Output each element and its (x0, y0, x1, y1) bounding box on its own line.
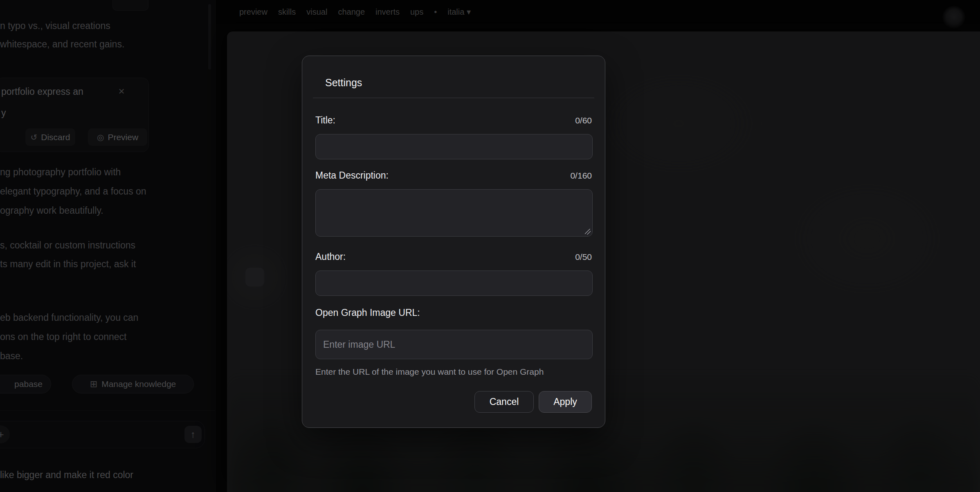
divider (313, 98, 594, 98)
og-image-url-label: Open Graph Image URL: (315, 307, 420, 318)
author-counter: 0/50 (575, 251, 592, 263)
meta-description-textarea[interactable] (315, 189, 593, 237)
apply-button[interactable]: Apply (539, 391, 592, 413)
meta-description-label: Meta Description: (315, 170, 389, 181)
dialog-title: Settings (325, 76, 592, 89)
meta-description-counter: 0/160 (570, 170, 592, 181)
title-field-row: Title: 0/60 (315, 114, 592, 126)
og-field-row: Open Graph Image URL: (315, 307, 592, 318)
author-field-row: Author: 0/50 (315, 251, 592, 263)
author-input[interactable] (315, 271, 593, 296)
title-input[interactable] (315, 134, 593, 159)
title-counter: 0/60 (575, 115, 592, 126)
author-label: Author: (315, 251, 346, 262)
settings-dialog: Settings Title: 0/60 Meta Description: 0… (302, 56, 605, 428)
resize-grip-icon[interactable] (585, 229, 591, 235)
title-label: Title: (315, 114, 335, 126)
og-image-url-input[interactable] (315, 330, 593, 359)
meta-field-row: Meta Description: 0/160 (315, 170, 592, 181)
dialog-button-row: Cancel Apply (315, 391, 592, 413)
cancel-button[interactable]: Cancel (474, 391, 534, 413)
og-helper-text: Enter the URL of the image you want to u… (315, 367, 592, 377)
